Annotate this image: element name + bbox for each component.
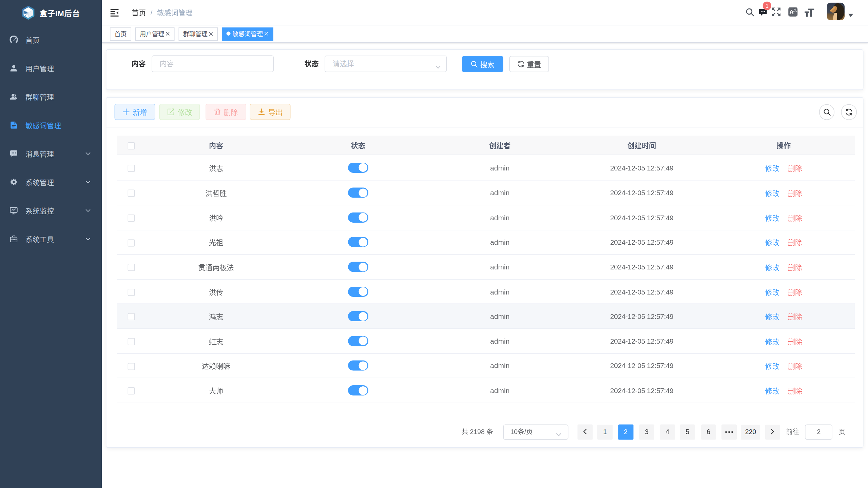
svg-text:文: 文: [793, 7, 797, 12]
